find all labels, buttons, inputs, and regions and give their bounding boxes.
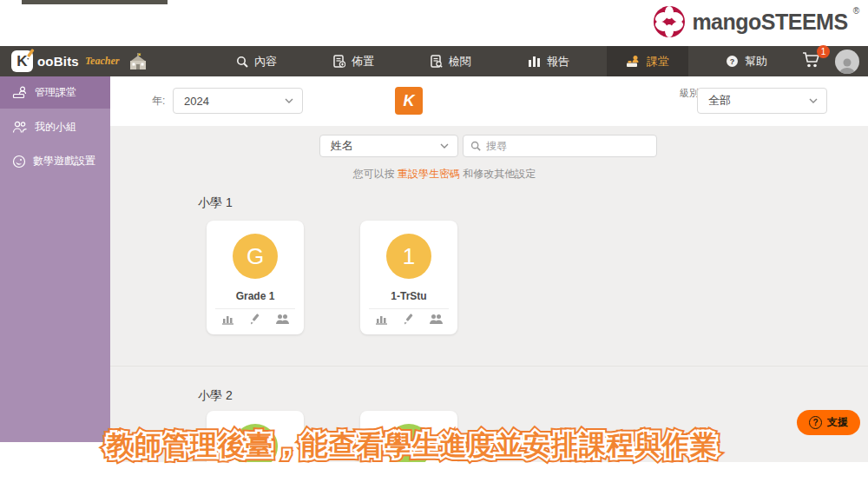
card-divider: [215, 308, 295, 309]
year-select-value: 2024: [184, 95, 209, 108]
nav-item-class[interactable]: 課堂: [607, 46, 688, 76]
groups-icon: [12, 121, 28, 134]
nav-item-label: 課堂: [647, 54, 669, 69]
class-name: 1-TrStu: [360, 290, 457, 302]
class-avatar: 1: [386, 234, 431, 279]
sidebar-item-my-groups[interactable]: 我的小組: [0, 112, 110, 142]
nav-item-label: 內容: [254, 54, 277, 69]
support-button[interactable]: ? 支援: [797, 410, 860, 435]
svg-text:?: ?: [730, 57, 735, 66]
card-actions: [360, 313, 457, 325]
card-students-icon[interactable]: [429, 313, 444, 325]
question-icon: ?: [809, 416, 822, 429]
filter-row: 年: 2024 K 級別 全部: [110, 76, 868, 126]
mangosteems-wordmark: mangoSTEEMS: [692, 10, 847, 35]
search-field-value: 姓名: [331, 138, 353, 154]
teacher-label: Teacher: [85, 55, 120, 68]
mangosteems-logo: mangoSTEEMS ®: [652, 4, 859, 39]
nav-item-label: 報告: [547, 54, 569, 69]
classroom-icon: [626, 55, 641, 68]
pencil-icon: [24, 48, 36, 60]
card-report-icon[interactable]: [375, 313, 389, 325]
card-actions: [207, 313, 304, 325]
help-icon: ?: [726, 55, 739, 68]
support-label: 支援: [827, 415, 848, 430]
top-strip: mangoSTEEMS ®: [0, 0, 868, 46]
person-icon: [838, 56, 857, 74]
sidebar-item-label: 管理課堂: [35, 85, 76, 100]
nav-item-label: 佈置: [352, 54, 374, 69]
app-window: mangoSTEEMS ® K ooBits Teacher: [0, 0, 868, 489]
manage-class-icon: [12, 86, 28, 99]
school-building-icon: [128, 53, 148, 70]
nav-item-content[interactable]: 內容: [217, 46, 296, 76]
search-input[interactable]: [486, 140, 634, 152]
section-title-primary-2: 小學 2: [198, 388, 233, 404]
level-select-value: 全部: [708, 93, 731, 109]
nav-item-label: 檢閱: [449, 54, 471, 69]
sidebar-item-label: 我的小組: [35, 120, 76, 135]
class-card-primary2-b[interactable]: [360, 411, 457, 462]
section-divider: [110, 366, 868, 367]
nav-items: 內容 佈置: [217, 46, 802, 76]
review-doc-icon: [431, 55, 443, 68]
cart-button[interactable]: 1: [802, 51, 821, 72]
sidebar-item-math-game-settings[interactable]: 數學遊戲設置: [0, 146, 110, 176]
class-card-primary2-a[interactable]: [207, 411, 304, 462]
hint-prefix: 您可以按: [353, 168, 398, 180]
assign-doc-icon: [333, 55, 345, 68]
nav-item-review[interactable]: 檢閱: [411, 46, 490, 76]
section-title-primary-1: 小學 1: [198, 195, 233, 211]
hint-text: 您可以按 重設學生密碼 和修改其他設定: [284, 167, 605, 182]
card-divider: [369, 308, 449, 309]
level-label: 級別: [680, 87, 699, 99]
sidebar-item-label: 數學遊戲設置: [33, 154, 95, 169]
chevron-down-icon: [809, 98, 818, 103]
top-strip-artifact: [22, 0, 168, 4]
koobits-logo[interactable]: K ooBits Teacher: [0, 46, 217, 76]
koobits-k-icon: K: [11, 50, 33, 72]
sidebar-item-manage-class[interactable]: 管理課堂: [0, 76, 110, 109]
class-avatar: G: [233, 234, 278, 279]
search-icon: [236, 56, 248, 68]
nav-item-report[interactable]: 報告: [509, 46, 589, 76]
class-name: Grade 1: [207, 290, 304, 302]
mangosteems-flower-icon: [652, 4, 687, 39]
chevron-down-icon: [285, 98, 293, 103]
top-navbar: K ooBits Teacher: [0, 46, 868, 76]
chevron-down-icon: [440, 143, 449, 149]
search-box: [463, 135, 657, 157]
cart-badge: 1: [817, 45, 830, 58]
class-card-1-trstu[interactable]: 1 1-TrStu: [360, 221, 457, 334]
sidebar: 管理課堂 我的小組 數學遊戲設置: [0, 76, 110, 442]
card-report-icon[interactable]: [221, 313, 235, 325]
year-select[interactable]: 2024: [173, 88, 303, 114]
year-label: 年:: [152, 94, 165, 109]
nav-item-help[interactable]: ? 幫助: [707, 46, 786, 76]
hint-suffix: 和修改其他設定: [460, 168, 536, 180]
math-game-icon: [12, 155, 26, 169]
main-content: 姓名 您可以按 重設學生密碼 和修改其他設定 小學 1 G Grade 1: [110, 126, 868, 462]
card-students-icon[interactable]: [275, 313, 290, 325]
nav-right: 1: [802, 46, 868, 76]
search-icon: [470, 141, 481, 151]
class-card-grade-1[interactable]: G Grade 1: [207, 221, 304, 334]
nav-item-assign[interactable]: 佈置: [314, 46, 393, 76]
card-edit-icon[interactable]: [249, 313, 261, 325]
bar-chart-icon: [528, 56, 541, 68]
koobits-tile-icon: K: [395, 87, 423, 115]
search-field-select[interactable]: 姓名: [319, 135, 458, 157]
card-edit-icon[interactable]: [403, 313, 415, 325]
level-select[interactable]: 全部: [697, 88, 827, 114]
class-avatar: [233, 424, 278, 462]
nav-item-label: 幫助: [745, 54, 767, 69]
avatar[interactable]: [835, 50, 859, 74]
registered-mark: ®: [853, 6, 859, 16]
koobits-wordmark: ooBits: [37, 54, 79, 69]
reset-password-link[interactable]: 重設學生密碼: [398, 168, 460, 180]
class-avatar: [386, 424, 431, 462]
